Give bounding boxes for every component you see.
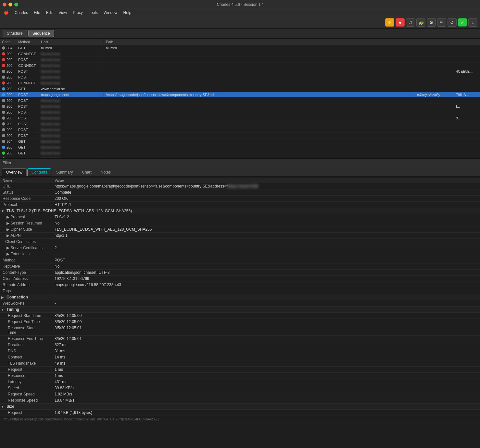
tls-handshake-value: 49 ms <box>52 361 480 366</box>
table-row[interactable]: 200 POST blurred-host <box>0 98 480 103</box>
td-code: 200 <box>0 103 16 109</box>
connection-toggle[interactable]: ▶ <box>0 296 5 299</box>
tls-alpn-row: ▶ ALPN http/1.1 <box>0 233 480 239</box>
print-button[interactable]: 🖨 <box>406 18 415 27</box>
close-button[interactable] <box>3 3 6 6</box>
table-row[interactable]: 200 CONNECT blurred-host <box>0 51 480 57</box>
tab-summary[interactable]: Summary <box>52 168 77 176</box>
td-method: GET <box>16 45 39 51</box>
structure-toggle[interactable]: Structure <box>3 30 27 37</box>
tls-toggle[interactable]: ▼ <box>0 209 5 213</box>
speed-row: Speed 39.83 KB/s <box>0 385 480 391</box>
td-key <box>415 127 454 132</box>
latency-value: 431 ms <box>52 379 480 384</box>
td-key <box>415 68 454 74</box>
tab-notes[interactable]: Notes <box>96 168 115 176</box>
menu-file[interactable]: File <box>31 10 43 16</box>
response-speed-value: 18.67 MB/s <box>52 398 480 403</box>
sequence-toggle[interactable]: Sequence <box>28 30 54 37</box>
td-code: 200 <box>0 63 16 68</box>
edit-button[interactable]: ✏ <box>437 18 446 27</box>
download-button[interactable]: ↓ <box>468 18 477 27</box>
menu-window[interactable]: Window <box>101 10 120 16</box>
td-host: blurred-host <box>39 57 104 62</box>
menu-view[interactable]: View <box>56 10 69 16</box>
minimize-button[interactable] <box>8 3 12 6</box>
td-method: POST <box>16 121 39 127</box>
td-method: POST <box>16 98 39 103</box>
table-row[interactable]: 200 POST blurred-host <box>0 109 480 115</box>
table-header: Code Method Host Path <box>0 39 480 45</box>
menu-bar: 🍎 Charles File Edit View Proxy Tools Win… <box>0 9 480 16</box>
zoom-button[interactable] <box>14 3 18 6</box>
table-row[interactable]: 200 POST blurred-host <box>0 74 480 80</box>
menu-edit[interactable]: Edit <box>44 10 56 16</box>
tls-session-resumed-row: ▶ Session Resumed No <box>0 220 480 226</box>
table-row[interactable]: 200 POST blurred-host <box>0 57 480 63</box>
method-label: Method <box>0 258 52 263</box>
table-row[interactable]: 200 GET blurred-host <box>0 150 480 156</box>
traffic-lights <box>3 3 18 6</box>
table-row[interactable]: 200 GET blurred-host )... <box>0 156 480 159</box>
turtle-button[interactable]: 🐢 <box>416 18 425 27</box>
td-code: 200 <box>0 144 16 150</box>
table-row[interactable]: 200 POST blurred-host f... <box>0 103 480 109</box>
col-host: Host <box>39 39 104 45</box>
tab-chart[interactable]: Chart <box>78 168 95 176</box>
td-host: blurred-host <box>39 80 104 86</box>
table-row[interactable]: 200 CONNECT blurred-host <box>0 80 480 86</box>
td-key <box>415 109 454 115</box>
response-end-time-value: 8/5/20 12:05:01 <box>52 336 480 341</box>
td-misc <box>454 86 480 91</box>
td-misc <box>454 109 480 115</box>
table-row[interactable]: 304 GET blurred-host <box>0 139 480 144</box>
menu-proxy[interactable]: Proxy <box>70 10 85 16</box>
table-row[interactable]: 200 CONNECT blurred-host <box>0 63 480 68</box>
td-method: POST <box>16 92 39 97</box>
tab-overview[interactable]: Overview <box>2 168 27 176</box>
td-host: blurred <box>39 45 104 51</box>
td-misc: f... <box>454 103 480 109</box>
td-host: blurred-host <box>39 63 104 68</box>
table-row[interactable]: 200 POST maps.google.com /maps/api/geoco… <box>0 92 480 98</box>
table-row[interactable]: 200 POST blurred-host <box>0 133 480 139</box>
timing-toggle[interactable]: ▼ <box>0 308 5 311</box>
settings-button[interactable]: ⚙ <box>427 18 436 27</box>
td-host: blurred-host <box>39 109 104 115</box>
view-toggle: Structure Sequence <box>0 29 480 39</box>
size-toggle[interactable]: ▼ <box>0 405 5 408</box>
td-code: 200 <box>0 68 16 74</box>
td-path <box>104 133 415 138</box>
apple-menu[interactable]: 🍎 <box>1 10 11 16</box>
refresh-button[interactable]: ↺ <box>448 18 457 27</box>
request-end-time-row: Request End Time 8/5/20 12:05:00 <box>0 319 480 325</box>
url-row: URL https://maps.google.com/maps/api/geo… <box>0 183 480 189</box>
table-row[interactable]: 200 GET www.nomiat.se <box>0 86 480 92</box>
content-type-value: application/json; charset=UTF-8 <box>52 270 480 275</box>
request-start-time-row: Request Start Time 8/5/20 12:05:00 <box>0 313 480 319</box>
col-code: Code <box>0 39 16 45</box>
menu-help[interactable]: Help <box>121 10 134 16</box>
menu-tools[interactable]: Tools <box>86 10 100 16</box>
tab-contents[interactable]: Contents <box>27 168 51 176</box>
duration-value: 527 ms <box>52 342 480 347</box>
record-button[interactable]: ● <box>396 18 405 27</box>
table-row[interactable]: 200 POST blurred-host <box>0 127 480 133</box>
menu-charles[interactable]: Charles <box>12 10 31 16</box>
td-key <box>415 115 454 121</box>
check-button[interactable]: ✓ <box>458 18 467 27</box>
table-row[interactable]: 200 POST blurred-host <box>0 121 480 127</box>
table-row[interactable]: 200 POST blurred-host 4CEE8E... <box>0 68 480 74</box>
td-code: 200 <box>0 74 16 80</box>
method-row: Method POST <box>0 257 480 263</box>
response-start-time-row: Response Start Time 8/5/20 12:05:01 <box>0 325 480 336</box>
request-start-time-label: Request Start Time <box>0 313 52 318</box>
td-path <box>104 57 415 62</box>
table-row[interactable]: 200 POST blurred-host 9... <box>0 115 480 121</box>
table-row[interactable]: 304 GET blurred blurred <box>0 45 480 51</box>
col-headers-row: Name Value <box>0 178 480 183</box>
td-method: GET <box>16 150 39 156</box>
td-method: POST <box>16 115 39 121</box>
throttle-button[interactable]: ⚡ <box>385 18 394 27</box>
table-row[interactable]: 200 GET blurred-host <box>0 144 480 150</box>
